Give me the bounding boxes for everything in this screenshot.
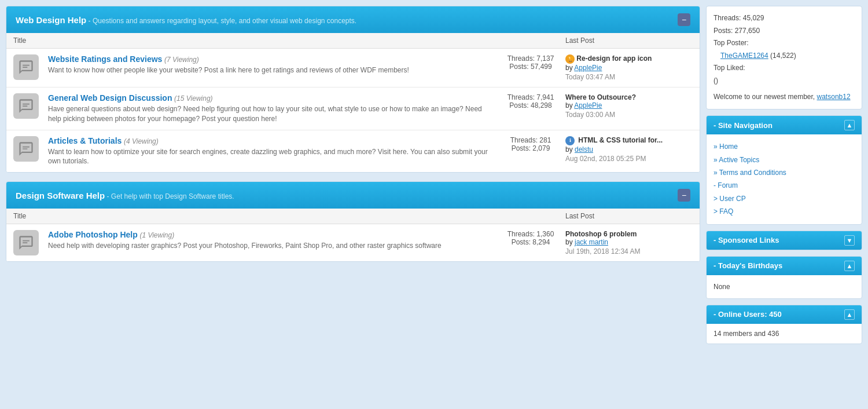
chat-icon [18, 235, 34, 251]
lastpost-by-link[interactable]: jack martin [575, 238, 608, 246]
top-liked-label: Top Liked: [713, 62, 855, 75]
forum-title-row: General Web Design Discussion (15 Viewin… [48, 93, 496, 103]
lastpost-info-avatar: ℹ [565, 136, 575, 145]
sidebar-item-home[interactable]: » Home [713, 140, 855, 153]
lastpost-by-link[interactable]: delstu [575, 145, 593, 154]
lastpost-by-link[interactable]: ApplePie [574, 64, 602, 72]
stats-content: Threads: 45,029 Posts: 277,650 Top Poste… [707, 6, 862, 109]
sponsored-links-collapse-btn[interactable]: ▼ [844, 235, 855, 246]
lastpost-by-label: by [565, 145, 575, 154]
design-software-title: Design Software Help [16, 191, 105, 200]
lastpost-by-label: by [565, 238, 575, 246]
design-software-col-headers: Title Last Post [6, 209, 700, 224]
col-title-label: Title [13, 36, 496, 45]
posts-label: Posts: [509, 63, 528, 71]
threads-label: Threads: [510, 136, 538, 144]
sponsored-links-title: - Sponsored Links [713, 236, 779, 244]
forum-desc: Want to learn how to optimize your site … [48, 147, 496, 167]
forum-info: Website Ratings and Reviews (7 Viewing) … [48, 54, 496, 75]
birthdays-header: - Today's Birthdays ▲ [707, 257, 862, 275]
sidebar-item-faq[interactable]: > FAQ [713, 205, 855, 218]
sidebar: Threads: 45,029 Posts: 277,650 Top Poste… [706, 6, 862, 344]
lastpost-title: Photoshop 6 problem [565, 230, 637, 238]
chat-icon [18, 141, 34, 157]
table-row: General Web Design Discussion (15 Viewin… [6, 87, 700, 130]
sidebar-item-forum[interactable]: - Forum [713, 179, 855, 192]
design-software-header: Design Software Help - Get help with top… [6, 182, 700, 209]
newest-member-link[interactable]: watsonb12 [817, 93, 851, 101]
forum-icon [13, 54, 42, 80]
sidebar-item-active-topics[interactable]: » Active Topics [713, 154, 855, 166]
posts-value: 2,079 [532, 144, 550, 152]
lastpost-avatar: 🏆 [565, 54, 575, 64]
online-users-header: - Online Users: 450 ▲ [707, 305, 862, 324]
forum-title-link[interactable]: Website Ratings and Reviews [48, 54, 162, 64]
forum-info: Articles & Tutorials (4 Viewing) Want to… [48, 136, 496, 167]
posts-value: 57,499 [531, 63, 552, 71]
sponsored-links-box: - Sponsored Links ▼ [706, 231, 862, 250]
col-lastpost-label: Last Post [565, 36, 693, 45]
forum-info: Adobe Photoshop Help (1 Viewing) Need he… [48, 230, 496, 251]
web-design-col-headers: Title Last Post [6, 33, 700, 49]
threads-value: 7,941 [536, 93, 554, 101]
site-navigation-expand-btn[interactable]: ▲ [844, 120, 855, 130]
forum-viewing: (1 Viewing) [139, 231, 174, 239]
design-software-subtitle: - Get help with top Design Software titl… [105, 192, 234, 200]
forum-icon-img [13, 136, 39, 162]
forum-viewing: (15 Viewing) [174, 94, 212, 103]
birthdays-box: - Today's Birthdays ▲ None [706, 256, 862, 299]
lastpost-by-label: by [565, 101, 574, 109]
table-row: Website Ratings and Reviews (7 Viewing) … [6, 49, 700, 87]
forum-lastpost: ℹ HTML & CSS tutorial for... by delstu A… [565, 136, 693, 163]
top-poster-link[interactable]: TheGAME1264 [720, 52, 768, 60]
forum-viewing: (7 Viewing) [164, 56, 199, 64]
site-navigation-content: » Home » Active Topics » Terms and Condi… [707, 134, 862, 224]
lastpost-date: Jul 19th, 2018 12:34 AM [565, 247, 693, 255]
forum-viewing: (4 Viewing) [124, 137, 159, 145]
design-software-header-text: Design Software Help - Get help with top… [16, 191, 234, 200]
threads-value: 7,137 [536, 54, 554, 63]
forum-title-link[interactable]: Articles & Tutorials [48, 136, 122, 145]
chat-icon [18, 59, 34, 75]
welcome-text: Welcome to our newest member, [713, 93, 815, 101]
web-design-collapse-btn[interactable]: − [678, 13, 690, 26]
top-liked-value: () [713, 75, 855, 87]
table-row: Adobe Photoshop Help (1 Viewing) Need he… [6, 224, 700, 261]
posts-label: Posts: [509, 101, 528, 109]
site-navigation-header: - Site Navigation ▲ [707, 116, 862, 134]
threads-value: 1,360 [536, 230, 554, 238]
lastpost-date: Today 03:00 AM [565, 111, 693, 119]
forum-desc: Have general questions about web design?… [48, 104, 496, 124]
top-poster-count: (14,522) [770, 52, 796, 60]
sidebar-item-user-cp[interactable]: > User CP [713, 192, 855, 205]
web-design-section: Web Design Help - Questions and answers … [6, 6, 700, 173]
top-poster-label: Top Poster: [713, 37, 855, 50]
forum-icon [13, 136, 42, 162]
sidebar-item-terms[interactable]: » Terms and Conditions [713, 166, 855, 179]
online-users-count: 14 members and 436 [713, 330, 779, 338]
posts-value: 8,294 [532, 238, 550, 246]
posts-label: Posts: [512, 144, 531, 152]
lastpost-by-link[interactable]: ApplePie [574, 101, 602, 109]
col-stats-label [496, 36, 565, 45]
online-users-expand-btn[interactable]: ▲ [844, 309, 855, 320]
forum-title-link[interactable]: Adobe Photoshop Help [48, 230, 138, 239]
web-design-title: Web Design Help [16, 15, 86, 25]
welcome-row: Welcome to our newest member, watsonb12 [713, 91, 855, 104]
web-design-header: Web Design Help - Questions and answers … [6, 6, 700, 33]
web-design-header-text: Web Design Help - Questions and answers … [16, 15, 356, 25]
forum-info: General Web Design Discussion (15 Viewin… [48, 93, 496, 124]
forum-icon [13, 230, 42, 255]
design-software-collapse-btn[interactable]: − [678, 189, 690, 202]
forum-title-link[interactable]: General Web Design Discussion [48, 93, 172, 103]
lastpost-title: Re-design for app icon [576, 54, 652, 63]
forum-icon-img [13, 54, 39, 80]
main-content: Web Design Help - Questions and answers … [6, 6, 700, 344]
web-design-subtitle: - Questions and answers regarding layout… [86, 17, 356, 25]
posts-label: Posts: [512, 238, 531, 246]
forum-lastpost: 🏆 Re-design for app icon by ApplePie Tod… [565, 54, 693, 81]
forum-stats: Threads: 7,941 Posts: 48,298 [496, 93, 565, 109]
birthdays-expand-btn[interactable]: ▲ [844, 261, 855, 271]
birthdays-title: - Today's Birthdays [713, 261, 782, 270]
birthdays-none: None [713, 283, 730, 291]
